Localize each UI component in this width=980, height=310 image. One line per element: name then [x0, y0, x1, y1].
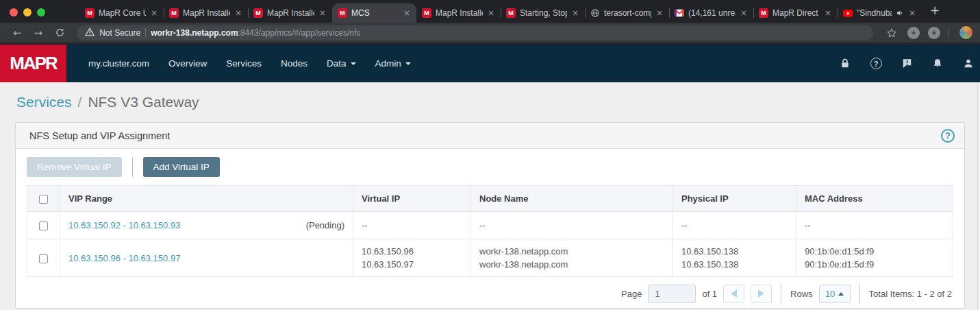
url-path: :8443/app/mcs/#/app/services/nfs [238, 28, 361, 38]
toolbar-divider [948, 27, 949, 38]
tab-youtube-sindhubaa[interactable]: "Sindhubaa × [838, 3, 922, 23]
extension-icon-2[interactable] [928, 27, 940, 39]
feedback-bubble-icon[interactable] [901, 58, 913, 70]
tab-close-icon[interactable]: × [487, 9, 495, 17]
rows-label: Rows [790, 289, 813, 299]
bell-icon[interactable] [931, 58, 944, 70]
tab-strip: M MapR Core Upg × M MapR Installer × M M… [79, 0, 946, 23]
breadcrumb-link-services[interactable]: Services [16, 94, 72, 110]
window-zoom-button[interactable] [37, 8, 45, 16]
chevron-down-icon [351, 62, 356, 65]
tab-mapr-core-upgrade[interactable]: M MapR Core Upg × [79, 3, 164, 23]
nav-item-cluster[interactable]: my.cluster.com [80, 53, 158, 74]
cell-physical-ip: 10.63.150.13810.63.150.138 [673, 239, 796, 277]
forward-button[interactable]: → [28, 27, 49, 39]
tab-close-icon[interactable]: × [234, 9, 242, 17]
scrollbar[interactable] [977, 82, 978, 310]
extension-icon-1[interactable] [907, 27, 920, 39]
next-page-button[interactable] [751, 285, 772, 303]
pager-divider [781, 283, 781, 304]
tab-mapr-installer-3[interactable]: M MapR Installer × [416, 3, 501, 23]
browser-toolbar: ← → Not Secure workr-138.netapp.com:8443… [0, 23, 980, 45]
cell-virtual-ip: 10.63.150.9610.63.150.97 [353, 239, 471, 277]
window-minimize-button[interactable] [23, 8, 32, 16]
prev-page-button[interactable] [723, 285, 744, 303]
nav-item-services[interactable]: Services [218, 53, 270, 74]
mcs-page: Services / NFS V3 Gateway NFS Setup and … [0, 82, 980, 310]
question-mark: ? [870, 58, 882, 69]
column-header-vip-range[interactable]: VIP Range [60, 186, 353, 212]
nav-item-data-dropdown[interactable]: Data [318, 53, 364, 74]
panel-header: NFS Setup and VIP Assignment ? [16, 123, 964, 149]
nav-item-nodes[interactable]: Nodes [273, 53, 316, 74]
tab-close-icon[interactable]: × [571, 9, 579, 17]
remove-virtual-ip-button[interactable]: Remove Virtual IP [27, 157, 122, 177]
tab-starting-stopping[interactable]: M Starting, Stopp × [501, 3, 585, 23]
nav-item-label: Overview [168, 58, 207, 69]
breadcrumb-separator: / [78, 94, 82, 110]
add-virtual-ip-button[interactable]: Add Virtual IP [143, 157, 220, 177]
page-input[interactable] [648, 285, 696, 303]
tab-close-icon[interactable]: × [403, 9, 411, 17]
url-text[interactable]: workr-138.netapp.com:8443/app/mcs/#/app/… [151, 28, 360, 38]
security-label[interactable]: Not Secure [99, 28, 140, 38]
column-header-physical-ip[interactable]: Physical IP [673, 186, 796, 212]
panel-title: NFS Setup and VIP Assignment [29, 130, 170, 141]
rows-per-page-dropdown[interactable]: 10 [819, 285, 851, 303]
rows-value: 10 [825, 289, 835, 299]
tab-close-icon[interactable]: × [318, 9, 327, 17]
tab-close-icon[interactable]: × [824, 9, 832, 17]
tab-title: MapR Installer [436, 8, 483, 18]
back-button[interactable]: ← [7, 27, 28, 39]
row-checkbox[interactable] [39, 222, 48, 230]
total-items-label: Total Items: 1 - 2 of 2 [869, 289, 952, 299]
help-icon-navbar[interactable]: ? [870, 58, 882, 70]
vip-range-link[interactable]: 10.63.150.92 - 10.63.150.93 [68, 220, 180, 230]
tab-mapr-installer-1[interactable]: M MapR Installer × [164, 3, 248, 23]
tab-title: MapR Core Upg [99, 8, 146, 18]
browser-tab-bar: M MapR Core Upg × M MapR Installer × M M… [0, 0, 980, 23]
lock-icon[interactable] [839, 58, 851, 70]
tab-gmail-unread[interactable]: (14,161 unread) × [669, 3, 753, 23]
cell-mac-address: 90:1b:0e:d1:5d:f990:1b:0e:d1:5d:f9 [796, 239, 953, 277]
column-header-virtual-ip[interactable]: Virtual IP [353, 186, 471, 212]
tab-close-icon[interactable]: × [655, 9, 664, 17]
next-page-icon [758, 289, 764, 298]
tab-audio-icon[interactable] [896, 9, 904, 17]
tab-close-icon[interactable]: × [908, 9, 916, 17]
column-header-mac-address[interactable]: MAC Address [796, 186, 953, 212]
select-all-checkbox[interactable] [39, 195, 48, 204]
reload-button[interactable] [49, 27, 71, 38]
help-icon[interactable]: ? [941, 129, 955, 143]
vip-range-link[interactable]: 10.63.150.96 - 10.63.150.97 [68, 253, 180, 263]
bookmark-star-icon[interactable] [880, 27, 903, 38]
user-icon[interactable] [962, 58, 975, 70]
nfs-setup-panel: NFS Setup and VIP Assignment ? Remove Vi… [15, 122, 965, 309]
url-host: workr-138.netapp.com [151, 28, 238, 38]
chevron-up-icon [838, 292, 844, 296]
window-close-button[interactable] [10, 8, 18, 16]
profile-avatar[interactable] [959, 25, 973, 40]
nav-item-admin-dropdown[interactable]: Admin [367, 53, 419, 74]
mapr-favicon: M [759, 8, 768, 18]
tab-terasort[interactable]: terasort-compa × [585, 3, 669, 23]
mapr-logo[interactable]: MAPR [0, 45, 66, 82]
new-tab-button[interactable]: + [922, 3, 946, 20]
cell-mac-address: -- [796, 212, 953, 239]
tab-title: MapR Direct Ac [772, 8, 820, 18]
tab-mapr-installer-2[interactable]: M MapR Installer × [248, 3, 332, 23]
mapr-favicon: M [506, 8, 516, 18]
tab-mcs-active[interactable]: M MCS × [332, 3, 416, 23]
mapr-favicon: M [338, 8, 347, 18]
tab-close-icon[interactable]: × [150, 9, 158, 17]
nav-item-overview[interactable]: Overview [160, 53, 215, 74]
mapr-navbar: MAPR my.cluster.com Overview Services No… [0, 45, 980, 82]
pagination: Page of 1 Rows 10 Total Items: 1 - 2 of … [27, 277, 953, 304]
column-header-node-name[interactable]: Node Name [471, 186, 673, 212]
table-row: 10.63.150.96 - 10.63.150.97 10.63.150.96… [27, 239, 953, 277]
not-secure-warning-icon[interactable] [85, 27, 95, 39]
tab-mapr-direct-access[interactable]: M MapR Direct Ac × [753, 3, 838, 23]
row-checkbox[interactable] [39, 254, 48, 263]
address-bar[interactable]: Not Secure workr-138.netapp.com:8443/app… [77, 25, 873, 40]
tab-close-icon[interactable]: × [740, 9, 748, 17]
